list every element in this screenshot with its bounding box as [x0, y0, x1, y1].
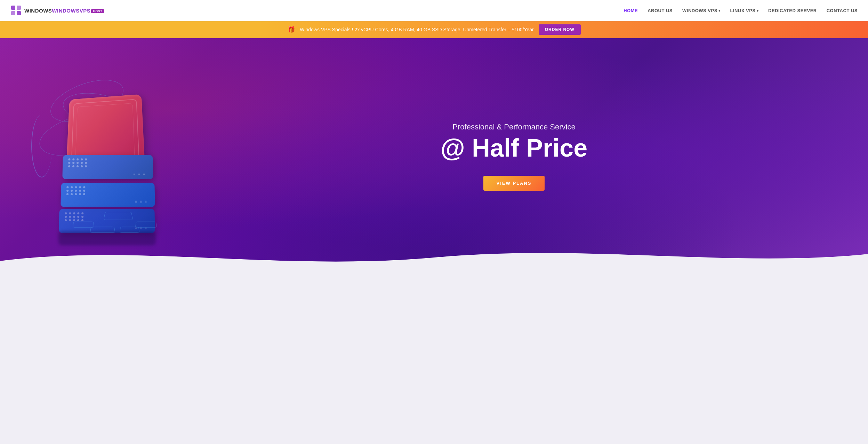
logo-badge: HOST [91, 9, 104, 13]
chevron-down-icon: ▾ [718, 9, 721, 13]
diamond-4 [90, 227, 115, 233]
logo[interactable]: WINDOWSWINDOWSVPSHOST [10, 5, 104, 16]
view-plans-button[interactable]: VIEW PLANS [483, 176, 545, 191]
svg-rect-1 [11, 11, 15, 15]
hero-text: Professional & Performance Service @ Hal… [174, 122, 840, 191]
hero-subtitle: Professional & Performance Service [188, 122, 840, 132]
nav-link-contact[interactable]: CONTACT US [827, 8, 858, 13]
nav-item-linux-vps[interactable]: LINUX VPS ▾ [730, 8, 758, 13]
server-stack [56, 94, 160, 240]
navbar: WINDOWSWINDOWSVPSHOST HOME ABOUT US WIND… [0, 0, 868, 21]
server-layer-mid1 [62, 155, 153, 179]
nav-link-home[interactable]: HOME [624, 8, 638, 13]
hero-section: Professional & Performance Service @ Hal… [0, 38, 868, 275]
announcement-bar: 🎁 Windows VPS Specials ! 2x vCPU Cores, … [0, 21, 868, 38]
order-now-button[interactable]: ORDER NOW [539, 24, 581, 35]
svg-rect-0 [11, 6, 15, 10]
nav-item-about[interactable]: ABOUT US [648, 7, 673, 14]
server-illustration [28, 66, 174, 247]
diamond-1 [73, 222, 95, 228]
diamond-5 [120, 227, 139, 233]
diamond-2 [104, 212, 133, 220]
diamond-3 [135, 222, 157, 228]
nav-item-dedicated[interactable]: DEDICATED SERVER [768, 7, 817, 14]
nav-link-dedicated[interactable]: DEDICATED SERVER [768, 8, 817, 13]
announcement-text: Windows VPS Specials ! 2x vCPU Cores, 4 … [300, 27, 534, 32]
nav-item-home[interactable]: HOME [624, 7, 638, 14]
nav-links: HOME ABOUT US WINDOWS VPS ▾ LINUX VPS ▾ … [624, 7, 858, 14]
logo-icon [10, 5, 22, 16]
chevron-down-icon-2: ▾ [757, 9, 759, 13]
layer-dots-2 [66, 186, 86, 195]
nav-link-windows-vps[interactable]: WINDOWS VPS ▾ [682, 8, 720, 13]
layer-dots-1 [68, 158, 88, 167]
nav-item-contact[interactable]: CONTACT US [827, 7, 858, 14]
server-layer-shadow [58, 231, 156, 245]
svg-rect-3 [17, 11, 21, 15]
svg-rect-2 [17, 6, 21, 10]
hero-content: Professional & Performance Service @ Hal… [0, 66, 868, 247]
bottom-section [0, 275, 868, 317]
deco-squiggle [31, 115, 52, 177]
nav-link-about[interactable]: ABOUT US [648, 8, 673, 13]
nav-item-windows-vps[interactable]: WINDOWS VPS ▾ [682, 8, 720, 13]
logo-text: WINDOWSWINDOWSVPSHOST [24, 8, 104, 14]
server-layer-mid2 [61, 183, 155, 207]
nav-link-linux-vps[interactable]: LINUX VPS ▾ [730, 8, 758, 13]
layer-dots-3 [65, 212, 84, 221]
gift-icon: 🎁 [287, 26, 295, 33]
hero-title: @ Half Price [188, 134, 840, 162]
